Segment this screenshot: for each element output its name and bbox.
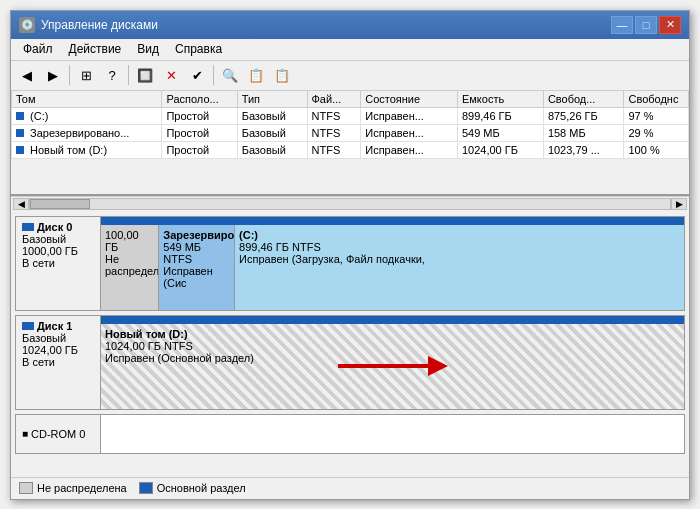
row1-fail: NTFS (307, 124, 361, 141)
delete-button[interactable]: ✕ (159, 63, 183, 87)
toolbar-sep-1 (69, 65, 70, 85)
toolbar-sep-3 (213, 65, 214, 85)
disk0-c-detail: Исправен (Загрузка, Файл подкачки, (239, 253, 680, 265)
row0-raspolozh: Простой (162, 107, 237, 124)
back-button[interactable]: ◀ (15, 63, 39, 87)
disk0-top-bar (101, 217, 684, 225)
window-icon: 💿 (19, 17, 35, 33)
disk1-newvol-label: Новый том (D:) (105, 328, 680, 340)
row0-free2: 97 % (624, 107, 689, 124)
close-button[interactable]: ✕ (659, 16, 681, 34)
table-row[interactable]: (C:) Простой Базовый NTFS Исправен... 89… (12, 107, 689, 124)
disk0-icon (22, 223, 34, 231)
table-row[interactable]: Зарезервировано... Простой Базовый NTFS … (12, 124, 689, 141)
row1-raspolozh: Простой (162, 124, 237, 141)
volumes-table: Том Располо... Тип Фай... Состояние Емко… (11, 91, 689, 159)
row0-tip: Базовый (237, 107, 307, 124)
row1-emk: 549 МБ (457, 124, 543, 141)
row0-emk: 899,46 ГБ (457, 107, 543, 124)
disk1-row: Диск 1 Базовый 1024,00 ГБ В сети Новый т… (15, 315, 685, 410)
scroll-track[interactable] (29, 198, 671, 210)
toolbar-btn3[interactable]: 🔲 (133, 63, 157, 87)
toolbar-btn8[interactable]: 📋 (270, 63, 294, 87)
menu-action[interactable]: Действие (61, 40, 130, 58)
disk0-partition-row: 100,00 ГБ Не распределена Зарезервирован… (101, 225, 684, 310)
disk0-label: Диск 0 Базовый 1000,00 ГБ В сети (16, 217, 101, 310)
row0-tom: (C:) (12, 107, 162, 124)
disk1-part-new-volume[interactable]: Новый том (D:) 1024,00 ГБ NTFS Исправен … (101, 324, 684, 409)
red-arrow-container (333, 348, 453, 384)
disk1-name-row: Диск 1 (22, 320, 94, 332)
row2-tip: Базовый (237, 141, 307, 158)
scroll-thumb[interactable] (30, 199, 90, 209)
volumes-table-section: Том Располо... Тип Фай... Состояние Емко… (11, 91, 689, 196)
maximize-button[interactable]: □ (635, 16, 657, 34)
scroll-left-btn[interactable]: ◀ (13, 198, 29, 210)
scroll-right-btn[interactable]: ▶ (671, 198, 687, 210)
legend-primary: Основной раздел (139, 482, 246, 494)
minimize-button[interactable]: — (611, 16, 633, 34)
col-header-state[interactable]: Состояние (361, 91, 458, 108)
properties-button[interactable]: ⊞ (74, 63, 98, 87)
legend-unalloc: Не распределена (19, 482, 127, 494)
menu-help[interactable]: Справка (167, 40, 230, 58)
col-header-emk[interactable]: Емкость (457, 91, 543, 108)
menu-view[interactable]: Вид (129, 40, 167, 58)
disk0-unalloc-size: 100,00 ГБ (105, 229, 154, 253)
toolbar-btn6[interactable]: 🔍 (218, 63, 242, 87)
col-header-fail[interactable]: Фай... (307, 91, 361, 108)
row1-state: Исправен... (361, 124, 458, 141)
menu-bar: Файл Действие Вид Справка (11, 39, 689, 61)
disk1-type: Базовый (22, 332, 94, 344)
disk0-reserved-detail: Исправен (Сис (163, 265, 230, 289)
menu-file[interactable]: Файл (15, 40, 61, 58)
forward-button[interactable]: ▶ (41, 63, 65, 87)
col-header-tip[interactable]: Тип (237, 91, 307, 108)
main-content: Том Располо... Тип Фай... Состояние Емко… (11, 91, 689, 499)
disk0-type: Базовый (22, 233, 94, 245)
toolbar: ◀ ▶ ⊞ ? 🔲 ✕ ✔ 🔍 📋 📋 (11, 61, 689, 91)
cdrom0-name-row: ■ CD-ROM 0 (22, 428, 94, 440)
disk0-reserved-label: Зарезервирован (163, 229, 230, 241)
svg-marker-1 (428, 356, 448, 376)
col-header-tom[interactable]: Том (12, 91, 162, 108)
disk0-size: 1000,00 ГБ (22, 245, 94, 257)
col-header-free2[interactable]: Свободнс (624, 91, 689, 108)
row2-raspolozh: Простой (162, 141, 237, 158)
col-header-free1[interactable]: Свобод... (543, 91, 624, 108)
toolbar-sep-2 (128, 65, 129, 85)
cdrom0-name: CD-ROM 0 (31, 428, 85, 440)
table-scrollbar[interactable]: ◀ ▶ (11, 196, 689, 212)
disk1-partitions: Новый том (D:) 1024,00 ГБ NTFS Исправен … (101, 316, 684, 409)
row1-free2: 29 % (624, 124, 689, 141)
red-arrow-svg (333, 348, 453, 384)
disk0-reserved-size: 549 МБ NTFS (163, 241, 230, 265)
legend-unalloc-box (19, 482, 33, 494)
toolbar-btn7[interactable]: 📋 (244, 63, 268, 87)
row2-free2: 100 % (624, 141, 689, 158)
disk0-part-unalloc[interactable]: 100,00 ГБ Не распределена (101, 225, 159, 310)
legend-primary-box (139, 482, 153, 494)
row2-state: Исправен... (361, 141, 458, 158)
legend-primary-label: Основной раздел (157, 482, 246, 494)
row1-tom: Зарезервировано... (12, 124, 162, 141)
help-button[interactable]: ? (100, 63, 124, 87)
toolbar-btn5[interactable]: ✔ (185, 63, 209, 87)
disk0-part-c[interactable]: (C:) 899,46 ГБ NTFS Исправен (Загрузка, … (235, 225, 684, 310)
row2-fail: NTFS (307, 141, 361, 158)
table-row[interactable]: Новый том (D:) Простой Базовый NTFS Испр… (12, 141, 689, 158)
row0-free1: 875,26 ГБ (543, 107, 624, 124)
col-header-raspolozh[interactable]: Располо... (162, 91, 237, 108)
disk1-partition-row: Новый том (D:) 1024,00 ГБ NTFS Исправен … (101, 324, 684, 409)
cdrom0-row: ■ CD-ROM 0 (15, 414, 685, 454)
row2-emk: 1024,00 ГБ (457, 141, 543, 158)
window-title: Управление дисками (41, 18, 611, 32)
cdrom0-label: ■ CD-ROM 0 (16, 415, 101, 453)
title-bar-buttons: — □ ✕ (611, 16, 681, 34)
disk0-c-label: (C:) (239, 229, 680, 241)
legend: Не распределена Основной раздел (11, 477, 689, 499)
disk0-part-reserved[interactable]: Зарезервирован 549 МБ NTFS Исправен (Сис (159, 225, 235, 310)
title-bar: 💿 Управление дисками — □ ✕ (11, 11, 689, 39)
row2-free1: 1023,79 ... (543, 141, 624, 158)
disk1-name: Диск 1 (37, 320, 72, 332)
